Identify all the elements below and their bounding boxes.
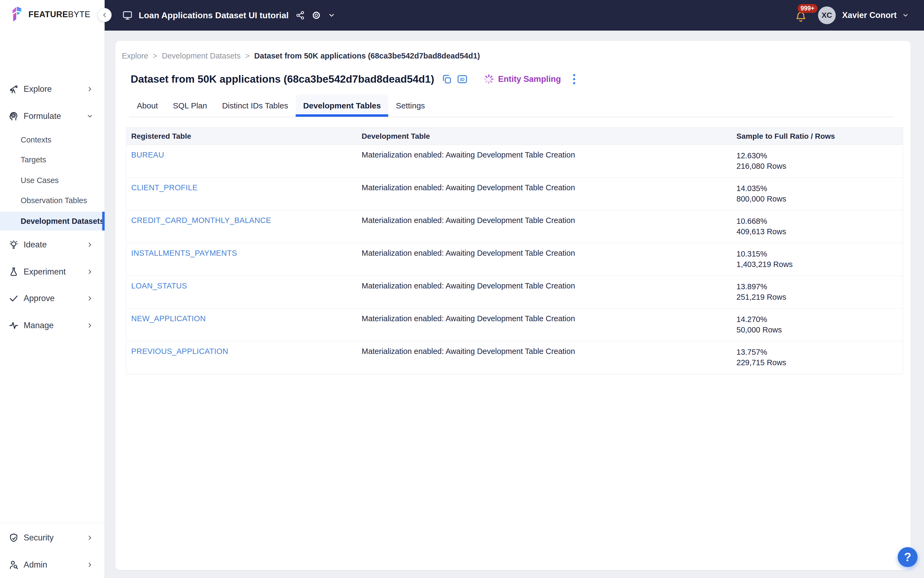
sidebar-item-admin[interactable]: Admin [0, 555, 105, 574]
row-count: 50,000 Rows [736, 325, 782, 334]
development-table-status: Materialization enabled: Awaiting Develo… [361, 314, 736, 323]
chevron-down-icon [328, 11, 336, 19]
sample-ratio: 12.630% [736, 151, 767, 160]
user-menu-button[interactable] [902, 12, 909, 19]
page-title-row: Dataset from 50K applications (68ca3be54… [131, 73, 577, 85]
sidebar-item-use-cases[interactable]: Use Cases [0, 171, 105, 190]
sidebar-item-experiment[interactable]: Experiment [0, 263, 105, 281]
table-row: PREVIOUS_APPLICATION Materialization ena… [126, 341, 903, 374]
featurebyte-logo-icon [11, 6, 25, 23]
id-icon: ID [457, 73, 468, 85]
sidebar-item-approve[interactable]: Approve [0, 289, 105, 308]
breadcrumb-development-datasets[interactable]: Development Datasets [162, 52, 240, 60]
tab-development-tables[interactable]: Development Tables [296, 94, 389, 117]
development-tables-table: Registered Table Development Table Sampl… [126, 127, 903, 374]
gear-icon [312, 11, 321, 20]
registered-table-link[interactable]: INSTALLMENTS_PAYMENTS [131, 249, 237, 257]
notifications-button[interactable]: 999+ [795, 8, 808, 23]
share-button[interactable] [296, 11, 305, 20]
flask-icon [8, 267, 19, 277]
sidebar-item-contexts[interactable]: Contexts [0, 130, 105, 149]
sample-ratio: 13.897% [736, 282, 767, 291]
sidebar: FEATUREBYTE Explore Formulate Context [0, 0, 105, 578]
monitor-icon [122, 10, 133, 21]
entity-sampling-button[interactable]: Entity Sampling [483, 74, 561, 84]
development-table-status: Materialization enabled: Awaiting Develo… [361, 183, 736, 192]
help-button[interactable]: ? [898, 547, 918, 567]
more-actions-button[interactable] [572, 73, 577, 85]
activity-icon [8, 320, 19, 331]
column-sample-ratio: Sample to Full Ratio / Rows [736, 132, 903, 141]
development-table-status: Materialization enabled: Awaiting Develo… [361, 216, 736, 225]
registered-table-link[interactable]: BUREAU [131, 151, 164, 159]
copy-icon [441, 73, 452, 85]
brand-feature: FEATURE [28, 10, 68, 19]
chevron-left-icon [101, 11, 108, 18]
sidebar-item-manage[interactable]: Manage [0, 316, 105, 335]
settings-button[interactable] [312, 11, 321, 20]
development-table-status: Materialization enabled: Awaiting Develo… [361, 151, 736, 159]
registered-table-link[interactable]: NEW_APPLICATION [131, 314, 206, 323]
sidebar-item-targets[interactable]: Targets [0, 150, 105, 169]
chevron-right-icon [86, 268, 93, 275]
tab-about[interactable]: About [129, 94, 165, 117]
featurebyte-logo[interactable]: FEATUREBYTE [11, 6, 91, 23]
row-count: 800,000 Rows [736, 195, 786, 203]
sidebar-divider [0, 523, 105, 523]
copy-name-button[interactable] [441, 73, 452, 85]
registered-table-link[interactable]: CREDIT_CARD_MONTHLY_BALANCE [131, 216, 271, 225]
check-icon [8, 293, 19, 304]
sidebar-collapse-button[interactable] [98, 8, 112, 22]
copy-id-button[interactable]: ID [457, 73, 468, 85]
tab-sql-plan[interactable]: SQL Plan [165, 94, 214, 117]
chevron-down-icon [902, 12, 909, 19]
shield-check-icon [8, 533, 19, 543]
head-gear-icon [8, 111, 19, 121]
registered-table-link[interactable]: LOAN_STATUS [131, 281, 187, 290]
user-name[interactable]: Xavier Conort [842, 10, 896, 20]
sample-ratio: 14.035% [736, 184, 767, 193]
table-row: CREDIT_CARD_MONTHLY_BALANCE Materializat… [126, 210, 903, 243]
telescope-icon [8, 84, 19, 94]
chevron-right-icon [86, 86, 93, 93]
brand-byte: BYTE [68, 10, 91, 19]
breadcrumb-separator: > [152, 52, 157, 60]
row-count: 251,219 Rows [736, 293, 786, 301]
notification-badge: 999+ [798, 4, 817, 13]
page-title: Dataset from 50K applications (68ca3be54… [131, 73, 434, 85]
chevron-right-icon [86, 295, 93, 302]
topbar-right: 999+ XC Xavier Conort [795, 6, 909, 24]
avatar[interactable]: XC [818, 6, 836, 24]
table-row: CLIENT_PROFILE Materialization enabled: … [126, 178, 903, 210]
svg-text:ID: ID [460, 77, 465, 82]
breadcrumb-explore[interactable]: Explore [122, 52, 148, 60]
entity-sampling-label: Entity Sampling [498, 74, 561, 84]
tab-settings[interactable]: Settings [388, 94, 432, 117]
sample-ratio: 10.315% [736, 250, 767, 258]
sidebar-item-formulate[interactable]: Formulate [0, 107, 105, 126]
registered-table-link[interactable]: CLIENT_PROFILE [131, 183, 198, 192]
topbar: Loan Applications Dataset UI tutorial 99… [104, 0, 924, 31]
row-count: 409,613 Rows [736, 227, 786, 236]
column-development-table: Development Table [361, 132, 736, 141]
table-row: BUREAU Materialization enabled: Awaiting… [126, 145, 903, 178]
breadcrumb: Explore > Development Datasets > Dataset… [122, 52, 480, 60]
user-search-icon [8, 560, 19, 570]
sample-ratio: 13.757% [736, 348, 767, 356]
chevron-down-icon [86, 113, 93, 120]
table-header: Registered Table Development Table Sampl… [126, 128, 903, 145]
sidebar-item-ideate[interactable]: Ideate [0, 235, 105, 254]
sidebar-item-development-datasets[interactable]: Development Datasets [0, 212, 105, 231]
sidebar-item-explore[interactable]: Explore [0, 80, 105, 99]
share-icon [296, 11, 305, 20]
registered-table-link[interactable]: PREVIOUS_APPLICATION [131, 347, 228, 356]
sample-ratio: 10.668% [736, 217, 767, 226]
sidebar-item-observation-tables[interactable]: Observation Tables [0, 191, 105, 210]
table-row: LOAN_STATUS Materialization enabled: Awa… [126, 276, 903, 308]
sidebar-item-security[interactable]: Security [0, 528, 105, 547]
workspace-title: Loan Applications Dataset UI tutorial [139, 10, 289, 20]
breadcrumb-current: Dataset from 50K applications (68ca3be54… [255, 52, 480, 60]
tab-distinct-ids-tables[interactable]: Distinct IDs Tables [215, 94, 296, 117]
workspace-menu-button[interactable] [328, 11, 337, 20]
spinner-icon [483, 74, 494, 84]
